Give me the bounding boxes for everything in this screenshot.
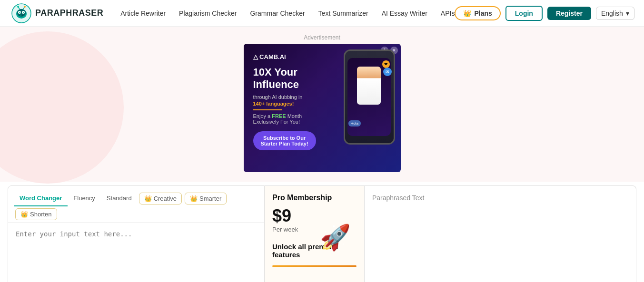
plans-button[interactable]: 👑 Plans: [455, 6, 500, 20]
register-button[interactable]: Register: [547, 7, 591, 20]
crown-icon-shorten: 👑: [20, 211, 28, 218]
svg-point-5: [19, 12, 20, 13]
ad-cta-button[interactable]: Subscribe to OurStarter Plan Today!: [253, 131, 316, 150]
tab-creative[interactable]: 👑 Creative: [139, 193, 182, 204]
ad-label: Advertisement: [304, 34, 340, 41]
ad-phone-screen: ❤ ✉ Hola: [347, 58, 391, 136]
nav-grammar-checker[interactable]: Grammar Checker: [250, 10, 305, 17]
tab-smarter[interactable]: 👑 Smarter: [185, 193, 227, 204]
pro-membership-panel: Pro Membership $9 Per week 🚀 Unlock all …: [265, 185, 365, 282]
ad-phone-mockup: ❤ ✉ Hola: [344, 49, 395, 145]
login-button[interactable]: Login: [505, 6, 543, 21]
ad-person-figure: [357, 67, 381, 105]
ad-bubble-1: ❤: [382, 60, 390, 68]
nav-ai-essay-writer[interactable]: AI Essay Writer: [382, 10, 427, 17]
tab-smarter-label: Smarter: [199, 195, 221, 202]
pro-per: Per week: [272, 226, 298, 233]
ad-headline: 10X YourInfluence: [253, 66, 316, 91]
ad-free-text: Enjoy a FREE MonthExclusively For You!: [253, 113, 316, 125]
ad-bubble-hola: Hola: [348, 120, 361, 126]
nav-text-summarizer[interactable]: Text Summarizer: [318, 10, 368, 17]
crown-icon: 👑: [463, 10, 471, 17]
crown-icon-creative: 👑: [144, 195, 152, 202]
tab-shorten-label: Shorten: [30, 211, 52, 218]
rocket-icon: 🚀: [320, 223, 351, 252]
crown-icon-smarter: 👑: [190, 195, 198, 202]
logo-text: PARAPHRASER: [35, 8, 103, 18]
ad-highlight: 140+ languages!: [253, 101, 316, 107]
ad-logo-row: △ CAMB.AI: [253, 53, 286, 60]
tab-creative-label: Creative: [154, 195, 177, 202]
svg-point-8: [17, 6, 19, 8]
svg-point-6: [23, 12, 24, 13]
ad-section: Advertisement ℹ ✕ △ CAMB.AI 10X YourInfl…: [0, 27, 644, 182]
svg-rect-12: [20, 15, 21, 16]
nav-right: 👑 Plans Login Register English ▾: [455, 6, 634, 21]
language-label: English: [601, 10, 623, 17]
nav-links: Article Rewriter Plagiarism Checker Gram…: [120, 10, 455, 17]
pro-title: Pro Membership: [272, 194, 357, 202]
bg-decoration: [0, 31, 124, 184]
pro-price: $9: [272, 206, 298, 226]
ad-bubble-2: ✉: [383, 68, 392, 76]
tab-standard[interactable]: Standard: [101, 191, 138, 206]
plans-label: Plans: [474, 10, 492, 17]
tool-area: Word Changer Fluency Standard 👑 Creative…: [0, 185, 644, 282]
ad-divider: [253, 109, 282, 110]
right-panel: Paraphrased Text: [365, 185, 636, 282]
tab-shorten[interactable]: 👑 Shorten: [15, 208, 57, 220]
nav-plagiarism-checker[interactable]: Plagiarism Checker: [179, 10, 237, 17]
chevron-down-icon: ▾: [626, 10, 629, 17]
ad-logo: △ CAMB.AI: [253, 53, 286, 60]
language-selector[interactable]: English ▾: [596, 7, 634, 20]
text-input[interactable]: [8, 223, 264, 282]
pro-accent-bar: [272, 265, 357, 267]
tab-word-changer[interactable]: Word Changer: [14, 191, 68, 206]
paraphrased-label: Paraphrased Text: [372, 194, 424, 202]
navbar: PARAPHRASER Article Rewriter Plagiarism …: [0, 0, 644, 27]
logo-icon: [11, 3, 31, 23]
pro-price-row: $9 Per week 🚀: [272, 206, 357, 233]
nav-article-rewriter[interactable]: Article Rewriter: [120, 10, 166, 17]
tabs-row: Word Changer Fluency Standard 👑 Creative…: [8, 186, 264, 223]
ad-box[interactable]: ℹ ✕ △ CAMB.AI 10X YourInfluence through …: [244, 44, 401, 172]
nav-apis[interactable]: APIs: [441, 10, 455, 17]
logo[interactable]: PARAPHRASER: [11, 3, 103, 23]
left-panel: Word Changer Fluency Standard 👑 Creative…: [8, 185, 265, 282]
ad-sub: through AI dubbing in: [253, 94, 316, 100]
svg-point-10: [24, 6, 26, 8]
tab-fluency[interactable]: Fluency: [68, 191, 101, 206]
